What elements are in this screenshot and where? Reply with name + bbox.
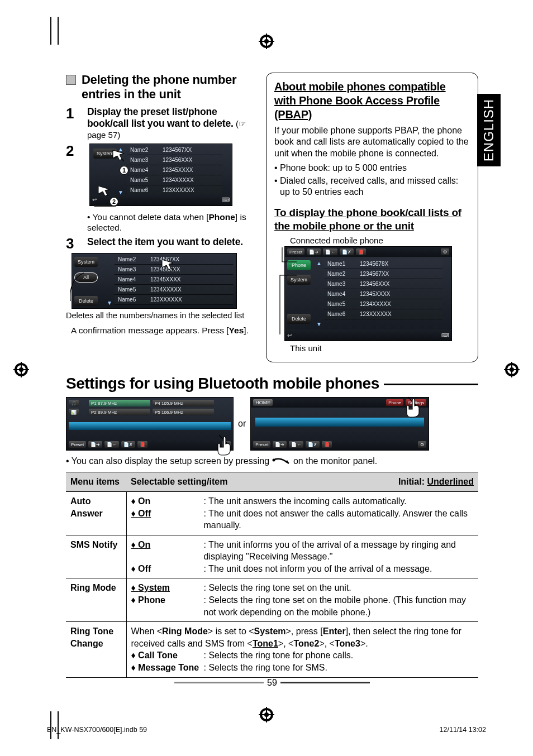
- opt-message-tone: Message Tone: [131, 662, 204, 674]
- page: ENGLISH Deleting the phone number entrie…: [0, 0, 533, 756]
- list-item[interactable]: Name51234XXXXX: [324, 299, 442, 309]
- scroll-down-icon[interactable]: ▼: [107, 300, 112, 306]
- callout-line: [67, 272, 89, 305]
- screenshot-radio-presets: 🎵 📊 P1 87.9 MHz P4 105.9 MHz P2 89.9 MHz…: [66, 397, 234, 451]
- received-icon[interactable]: 📄←: [323, 248, 337, 255]
- or-label: or: [238, 419, 246, 429]
- curved-arrow-icon: [272, 456, 291, 464]
- opt-phone: Phone: [131, 594, 204, 618]
- registration-mark-icon: [504, 362, 520, 377]
- phonebook-icon[interactable]: 📕: [137, 441, 147, 448]
- table-row: Ring Tone Change When <Ring Mode> is set…: [66, 622, 478, 677]
- list-item[interactable]: Name3123456XXX: [324, 279, 442, 289]
- list-item[interactable]: Name6123XXXXXX: [324, 309, 442, 319]
- list-item[interactable]: Name112345678X: [324, 259, 442, 269]
- content-area: Deleting the phone number entries in the…: [66, 73, 478, 688]
- missed-icon[interactable]: 📄✗: [340, 248, 354, 255]
- list-item[interactable]: Name51234XXXXX: [115, 285, 233, 295]
- table-row: Auto Answer OnThe unit answers the incom…: [66, 491, 478, 535]
- dialed-icon[interactable]: 📄➔: [88, 441, 102, 448]
- system-button[interactable]: System: [74, 257, 98, 267]
- th-menu: Menu items: [66, 472, 126, 492]
- scroll-bar[interactable]: [69, 422, 231, 430]
- th-selectable: Selectable setting/item Initial: Underli…: [126, 472, 478, 492]
- menu-ring-tone: Ring Tone Change: [66, 622, 126, 677]
- eq-icon[interactable]: 📊: [69, 409, 79, 415]
- callout-line: [277, 245, 299, 340]
- step-number: 2: [66, 143, 79, 233]
- preset-chip[interactable]: P5 106.9 MHz: [153, 409, 214, 415]
- list-item[interactable]: Name21234567XX: [324, 269, 442, 279]
- settings-icon[interactable]: ⚙: [441, 248, 449, 255]
- preset-button[interactable]: Preset: [253, 441, 270, 448]
- step-number: 3: [66, 236, 79, 251]
- preset-chip[interactable]: P2 89.9 MHz: [89, 409, 150, 415]
- menu-sms-notify: SMS Notify: [66, 535, 126, 578]
- keyboard-icon[interactable]: ⌨: [222, 197, 230, 203]
- deletes-caption: Deletes all the numbers/names in the sel…: [66, 311, 254, 320]
- registration-mark-icon: [259, 707, 274, 722]
- missed-icon[interactable]: 📄✗: [121, 441, 135, 448]
- received-icon[interactable]: 📄←: [289, 441, 303, 448]
- footer-left: EN_KW-NSX700/600[E].indb 59: [47, 726, 147, 734]
- step-1: 1 Display the preset list/phone book/cal…: [66, 106, 254, 140]
- home-button[interactable]: HOME: [253, 399, 273, 406]
- pbap-heading: About mobile phones compatible with Phon…: [274, 80, 470, 122]
- screenshot-select-item: System All Delete Name21234567XX Name312…: [72, 253, 237, 309]
- page-bar: [280, 682, 370, 683]
- keyboard-icon[interactable]: ⌨: [441, 332, 449, 338]
- cannot-delete-note: You cannot delete data when [Phone] is s…: [87, 212, 254, 233]
- section-title: Deleting the phone number entries in the…: [82, 73, 254, 102]
- confirm-message: A confirmation message appears. Press [Y…: [66, 326, 254, 336]
- opt-on: On: [131, 539, 204, 563]
- left-column: Deleting the phone number entries in the…: [66, 73, 254, 362]
- ring-tone-intro: When <Ring Mode> is set to <System>, pre…: [131, 625, 474, 649]
- heading-rule: [384, 384, 478, 385]
- list-item[interactable]: Name412345XXXX: [324, 289, 442, 299]
- hand-cursor-icon: [404, 395, 428, 420]
- menu-ring-mode: Ring Mode: [66, 578, 126, 622]
- callout-1: 1: [120, 166, 129, 175]
- step-2: 2 System Delete: [66, 143, 254, 233]
- settings-icon[interactable]: ⚙: [418, 441, 426, 448]
- pbap-bullet: Dialed calls, received calls, and missed…: [274, 175, 470, 198]
- step-1-text: Display the preset list/phone book/call …: [87, 106, 234, 129]
- dialed-icon[interactable]: 📄➔: [273, 441, 287, 448]
- settings-heading: Settings for using Bluetooth mobile phon…: [66, 375, 379, 393]
- pbap-paragraph: If your mobile phone supports PBAP, the …: [274, 125, 470, 159]
- phonebook-icon[interactable]: 📕: [356, 248, 366, 255]
- received-icon[interactable]: 📄←: [104, 441, 119, 448]
- band-icon[interactable]: 🎵: [69, 400, 79, 406]
- section-bullet-icon: [66, 75, 76, 85]
- svg-point-20: [272, 459, 275, 462]
- screenshot-phone-book: Preset 📄➔ 📄← 📄✗ 📕 ⚙ Phone System: [284, 246, 452, 341]
- crop-tick: [58, 17, 59, 45]
- phone-button[interactable]: Phone: [386, 399, 403, 406]
- back-icon[interactable]: ↩: [92, 197, 97, 203]
- opt-system: System: [131, 582, 204, 594]
- scroll-up-icon[interactable]: ▲: [316, 260, 322, 266]
- scroll-bar[interactable]: [255, 418, 424, 427]
- dialed-icon[interactable]: 📄➔: [307, 248, 321, 255]
- svg-point-4: [264, 39, 269, 44]
- preset-button[interactable]: Preset: [69, 441, 86, 448]
- preset-chip[interactable]: P1 87.9 MHz: [89, 400, 150, 406]
- missed-icon[interactable]: 📄✗: [306, 441, 320, 448]
- scroll-down-icon[interactable]: ▼: [316, 321, 322, 327]
- page-number-row: 59: [66, 678, 478, 688]
- svg-point-9: [19, 367, 23, 372]
- opt-off: Off: [131, 563, 204, 575]
- list-item[interactable]: Name6123XXXXXX: [115, 295, 233, 305]
- phonebook-icon[interactable]: 📕: [322, 441, 332, 448]
- preset-chip[interactable]: P4 105.9 MHz: [153, 400, 214, 406]
- right-column: About mobile phones compatible with Phon…: [266, 73, 478, 362]
- section-header: Deleting the phone number entries in the…: [66, 73, 254, 102]
- opt-off: Off: [131, 508, 204, 532]
- step-3: 3 Select the item you want to delete.: [66, 236, 254, 251]
- step-1-ref: page 57): [87, 130, 120, 140]
- crop-tick: [50, 17, 51, 45]
- table-row: SMS Notify OnThe unit informs you of the…: [66, 535, 478, 578]
- print-footer: EN_KW-NSX700/600[E].indb 59 12/11/14 13:…: [47, 726, 486, 734]
- crop-tick: [50, 711, 51, 739]
- pbap-info-box: About mobile phones compatible with Phon…: [266, 73, 478, 362]
